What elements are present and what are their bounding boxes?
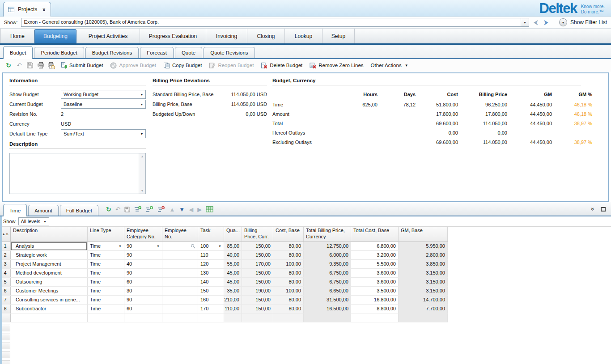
cell-employee-no[interactable] bbox=[162, 305, 198, 313]
cell-employee-no[interactable] bbox=[162, 287, 198, 295]
save-icon[interactable] bbox=[25, 60, 35, 70]
cell-line-type[interactable]: Time bbox=[88, 296, 124, 304]
add-sub-line-icon[interactable] bbox=[146, 206, 153, 213]
cell-employee-category[interactable]: 30 bbox=[124, 287, 162, 295]
cell-billing-price[interactable]: 150,00 bbox=[242, 305, 273, 313]
new-entry-row[interactable] bbox=[0, 313, 448, 322]
col-cost-base[interactable]: Cost, Base bbox=[273, 227, 304, 241]
cell-line-type[interactable]: Time ▼ bbox=[88, 242, 124, 250]
cell-description[interactable]: Consulting services in gene... bbox=[11, 296, 88, 304]
cell-quantity[interactable]: 110,00 bbox=[224, 305, 242, 313]
cell-cost-base[interactable]: 80,00 bbox=[273, 269, 304, 277]
move-right-icon[interactable]: ▶ bbox=[197, 206, 202, 213]
tab-quote[interactable]: Quote bbox=[175, 47, 202, 58]
table-row[interactable]: 7 Consulting services in gene... Time 90 bbox=[0, 296, 448, 305]
cell-line-type[interactable]: Time bbox=[88, 278, 124, 286]
tab-full-budget[interactable]: Full Budget bbox=[60, 205, 98, 216]
chevron-down-icon[interactable]: ▼ bbox=[157, 242, 160, 250]
submit-budget-button[interactable]: Submit Budget bbox=[57, 60, 106, 70]
table-view-icon[interactable] bbox=[206, 206, 213, 212]
col-description[interactable]: Description bbox=[11, 227, 88, 241]
cell-employee-category[interactable]: 40 bbox=[124, 260, 162, 268]
expand-filter-icon[interactable]: ▼ bbox=[559, 18, 567, 26]
cell-employee-category[interactable]: 90 bbox=[124, 269, 162, 277]
tab-home[interactable]: Home bbox=[0, 29, 34, 43]
close-icon[interactable]: x bbox=[42, 7, 45, 12]
cell-cost-base[interactable]: 80,00 bbox=[273, 278, 304, 286]
cell-task[interactable]: 100 ▼ bbox=[198, 242, 224, 250]
cell-employee-category[interactable]: 60 bbox=[124, 278, 162, 286]
cell-task[interactable]: 130 bbox=[198, 269, 224, 277]
cell-quantity[interactable]: 40,00 bbox=[224, 251, 242, 259]
collapse-panel-icon[interactable]: » bbox=[590, 207, 596, 211]
cell-task[interactable]: 160 bbox=[198, 296, 224, 304]
refresh-icon[interactable]: ↻ bbox=[4, 60, 13, 70]
print-preview-icon[interactable] bbox=[47, 60, 56, 70]
cell-billing-price[interactable]: 150,00 bbox=[242, 251, 273, 259]
levels-select[interactable]: All levels▼ bbox=[18, 217, 49, 225]
tab-budgeting[interactable]: Budgeting bbox=[34, 29, 76, 43]
cell-billing-price[interactable]: 150,00 bbox=[242, 278, 273, 286]
col-billing-price[interactable]: Billing Price, Curr. bbox=[242, 227, 273, 241]
refresh-icon[interactable]: ↻ bbox=[106, 206, 111, 213]
print-icon[interactable] bbox=[36, 60, 46, 70]
cell-cost-base[interactable]: 80,00 bbox=[273, 296, 304, 304]
tab-budget-revisions[interactable]: Budget Revisions bbox=[85, 47, 139, 58]
table-row[interactable]: 1 Analysis Time ▼ 90 ▼ 100 bbox=[0, 242, 448, 251]
cell-quantity[interactable]: 85,00 bbox=[224, 242, 242, 250]
tab-periodic-budget[interactable]: Periodic Budget bbox=[34, 47, 84, 58]
tab-amount[interactable]: Amount bbox=[28, 205, 59, 216]
tab-closing[interactable]: Closing bbox=[247, 29, 285, 43]
cell-task[interactable]: 110 bbox=[198, 251, 224, 259]
navigate-forward-icon[interactable]: ⮞︎ bbox=[543, 19, 550, 26]
chevron-down-icon[interactable]: ▼ bbox=[521, 18, 529, 26]
col-quantity[interactable]: Qua... bbox=[224, 227, 242, 241]
tab-budget[interactable]: Budget bbox=[3, 46, 33, 59]
cell-description[interactable]: Strategic work bbox=[11, 251, 88, 259]
cell-cost-base[interactable]: 100,00 bbox=[273, 260, 304, 268]
scrollbar[interactable]: ▲▼ bbox=[139, 153, 145, 194]
project-filter-value[interactable]: Exxon - General consulting (1020005), Ba… bbox=[21, 18, 521, 26]
cell-quantity[interactable]: 45,00 bbox=[224, 278, 242, 286]
chevron-down-icon[interactable]: ▼ bbox=[218, 242, 221, 250]
col-gm-base[interactable]: GM, Base bbox=[399, 227, 448, 241]
cell-billing-price[interactable]: 190,00 bbox=[242, 287, 273, 295]
tab-time[interactable]: Time bbox=[3, 204, 27, 216]
cell-employee-category[interactable]: 90 ▼ bbox=[124, 242, 162, 250]
cell-billing-price[interactable]: 150,00 bbox=[242, 242, 273, 250]
cell-employee-category[interactable]: 90 bbox=[124, 251, 162, 259]
cell-description[interactable]: Subcontractor bbox=[11, 305, 88, 313]
remove-zero-lines-button[interactable]: Remove Zero Lines bbox=[306, 60, 366, 70]
cell-description[interactable]: Method development bbox=[11, 269, 88, 277]
description-textarea[interactable]: ▲▼ bbox=[9, 153, 146, 194]
tab-forecast[interactable]: Forecast bbox=[140, 47, 174, 58]
table-row[interactable]: 2 Strategic work Time 90 bbox=[0, 251, 448, 260]
cell-employee-category[interactable]: 90 bbox=[124, 296, 162, 304]
move-down-icon[interactable]: ▼ bbox=[179, 206, 185, 213]
table-row[interactable]: 3 Project Management Time 40 bbox=[0, 260, 448, 269]
add-line-icon[interactable] bbox=[134, 206, 142, 213]
tab-progress-evaluation[interactable]: Progress Evaluation bbox=[140, 29, 206, 43]
cell-quantity[interactable]: 210,00 bbox=[224, 296, 242, 304]
cell-cost-base[interactable]: 80,00 bbox=[273, 251, 304, 259]
other-actions-button[interactable]: Other Actions▼ bbox=[368, 60, 412, 70]
chevron-down-icon[interactable]: ▼ bbox=[119, 242, 122, 250]
cell-line-type[interactable]: Time bbox=[88, 260, 124, 268]
cell-description[interactable]: Outsourcing bbox=[11, 278, 88, 286]
col-employee-category[interactable]: Employee Category No. bbox=[124, 227, 162, 241]
cell-line-type[interactable]: Time bbox=[88, 305, 124, 313]
cell-line-type[interactable]: Time bbox=[88, 251, 124, 259]
col-line-type[interactable]: Line Type bbox=[88, 227, 124, 241]
default-line-type-select[interactable]: Sum/Text▼ bbox=[61, 129, 146, 138]
table-row[interactable]: 5 Outsourcing Time 60 14 bbox=[0, 278, 448, 287]
cell-task[interactable]: 140 bbox=[198, 278, 224, 286]
cell-cost-base[interactable]: 100,00 bbox=[273, 287, 304, 295]
cell-employee-no[interactable] bbox=[162, 242, 198, 250]
cell-description[interactable]: Project Management bbox=[11, 260, 88, 268]
tab-project-activities[interactable]: Project Activities bbox=[76, 29, 140, 43]
tab-invoicing[interactable]: Invoicing bbox=[206, 29, 247, 43]
cell-billing-price[interactable]: 150,00 bbox=[242, 296, 273, 304]
cell-line-type[interactable]: Time bbox=[88, 287, 124, 295]
table-row[interactable]: 4 Method development Time 90 bbox=[0, 269, 448, 278]
cell-employee-category[interactable]: 60 bbox=[124, 305, 162, 313]
